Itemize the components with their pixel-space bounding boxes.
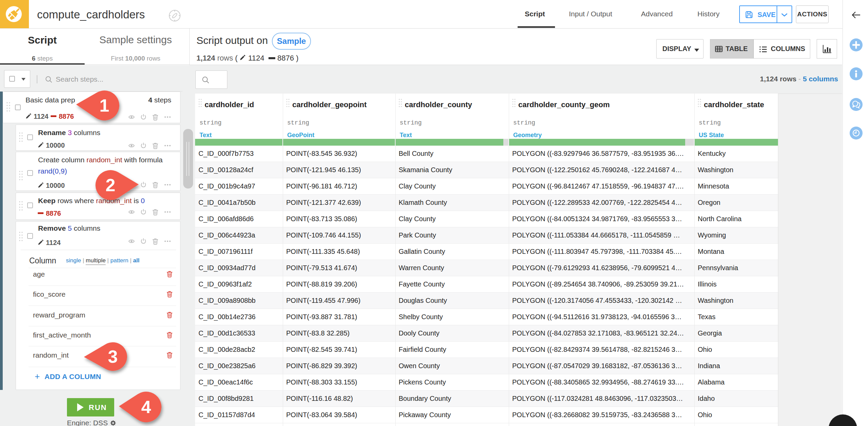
svg-text:1: 1 (100, 96, 109, 115)
svg-text:2: 2 (106, 175, 116, 195)
svg-text:3: 3 (108, 347, 118, 366)
svg-text:4: 4 (141, 397, 151, 417)
